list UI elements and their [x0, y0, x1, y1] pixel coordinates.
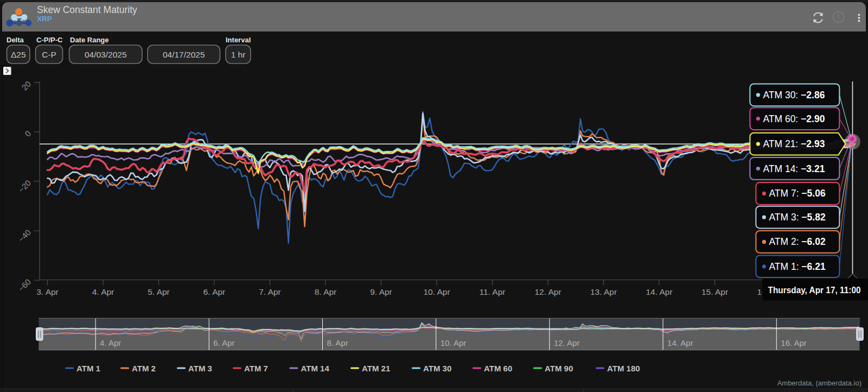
svg-text:ATM 30: ATM 30	[423, 364, 451, 373]
svg-text:ATM 2: −6.02: ATM 2: −6.02	[769, 236, 826, 247]
svg-text:ATM 21: −2.93: ATM 21: −2.93	[763, 138, 825, 149]
svg-text:Delta: Delta	[7, 36, 24, 44]
svg-text:4. Apr: 4. Apr	[100, 338, 121, 347]
svg-text:Date Range: Date Range	[70, 36, 109, 44]
svg-text:6. Apr: 6. Apr	[213, 338, 234, 347]
svg-text:ATM 60: ATM 60	[484, 364, 512, 373]
svg-text:XRP: XRP	[37, 15, 52, 23]
svg-text:12. Apr: 12. Apr	[534, 287, 561, 296]
svg-text:ATM 7: ATM 7	[244, 364, 268, 373]
svg-text:3. Apr: 3. Apr	[36, 287, 59, 296]
svg-text:10. Apr: 10. Apr	[441, 338, 467, 347]
svg-text:Δ25: Δ25	[11, 50, 26, 59]
svg-text:9. Apr: 9. Apr	[370, 287, 392, 296]
svg-text:4. Apr: 4. Apr	[92, 287, 114, 296]
svg-text:C-P: C-P	[42, 50, 56, 59]
svg-text:5. Apr: 5. Apr	[148, 287, 170, 296]
svg-text:13. Apr: 13. Apr	[590, 287, 617, 296]
svg-text:1 hr: 1 hr	[231, 50, 246, 59]
svg-text:Thursday, Apr 17, 11:00: Thursday, Apr 17, 11:00	[768, 285, 861, 295]
svg-text:04/03/2025: 04/03/2025	[85, 50, 127, 59]
svg-text:14. Apr: 14. Apr	[646, 287, 672, 296]
svg-text:Interval: Interval	[226, 36, 251, 44]
svg-text:ATM 1: ATM 1	[76, 364, 100, 373]
svg-text:ATM 21: ATM 21	[362, 364, 390, 373]
svg-text:ATM 90: ATM 90	[545, 364, 573, 373]
svg-text:6. Apr: 6. Apr	[203, 287, 226, 296]
svg-text:15. Apr: 15. Apr	[701, 287, 728, 296]
svg-text:Amberdata, (amberdata.io): Amberdata, (amberdata.io)	[777, 379, 861, 387]
svg-text:10. Apr: 10. Apr	[423, 287, 450, 296]
svg-text:ATM 30: −2.86: ATM 30: −2.86	[763, 90, 825, 100]
svg-text:16. Apr: 16. Apr	[781, 338, 807, 347]
svg-text:ATM 180: ATM 180	[607, 364, 640, 373]
svg-text:12. Apr: 12. Apr	[554, 338, 580, 347]
svg-text:11. Apr: 11. Apr	[480, 287, 506, 296]
svg-text:Skew Constant Maturity: Skew Constant Maturity	[37, 4, 137, 15]
svg-text:7. Apr: 7. Apr	[259, 287, 281, 296]
svg-text:ATM 60: −2.90: ATM 60: −2.90	[763, 113, 825, 124]
svg-text:04/17/2025: 04/17/2025	[163, 50, 205, 59]
svg-text:ATM 14: ATM 14	[301, 364, 330, 373]
svg-text:8. Apr: 8. Apr	[315, 287, 337, 296]
svg-text:ATM 3: ATM 3	[188, 364, 212, 373]
svg-text:8. Apr: 8. Apr	[327, 338, 348, 347]
svg-text:ATM 14: −3.21: ATM 14: −3.21	[763, 163, 825, 174]
svg-text:ATM 7: −5.06: ATM 7: −5.06	[769, 188, 826, 199]
svg-text:ATM 1: −6.21: ATM 1: −6.21	[769, 261, 826, 272]
svg-text:ATM 3: −5.82: ATM 3: −5.82	[769, 212, 826, 223]
svg-text:14. Apr: 14. Apr	[667, 338, 693, 347]
svg-text:C-P/P-C: C-P/P-C	[36, 36, 63, 44]
svg-text:ATM 2: ATM 2	[132, 364, 156, 373]
